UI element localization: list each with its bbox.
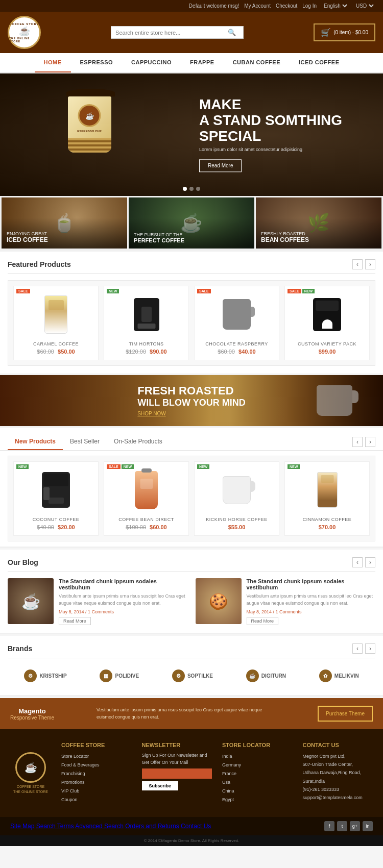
tab-on-sale[interactable]: On-Sale Products bbox=[107, 434, 170, 450]
brand-soptilke[interactable]: ⚙ SOPTILKE bbox=[172, 669, 213, 682]
blog-prev-button[interactable]: ‹ bbox=[352, 557, 363, 567]
product-name: COFFEE BEAN DIRECT bbox=[109, 517, 183, 522]
footer-newsletter-title: Newsletter bbox=[142, 742, 212, 748]
linkedin-icon[interactable]: in bbox=[363, 821, 373, 831]
sale-badge: SALE bbox=[107, 464, 121, 469]
footer-sitemap[interactable]: Site Map bbox=[10, 823, 34, 830]
brands-header: Brands ‹ › bbox=[8, 643, 375, 658]
facebook-icon[interactable]: f bbox=[324, 821, 334, 831]
footer-logo: ☕ COFFEE STORE THE ONLINE STORE bbox=[10, 742, 51, 804]
product-card[interactable]: SALE NEW CUSTOM VARIETY PACK $99.00 bbox=[284, 286, 370, 360]
nav-espresso[interactable]: ESPRESSO bbox=[71, 53, 123, 72]
new-price: $60.00 bbox=[150, 524, 167, 530]
footer-store-locator[interactable]: Store Locator bbox=[61, 754, 89, 759]
product-card[interactable]: NEW KICKING HORSE COFFEE $55.00 bbox=[194, 461, 279, 536]
brands-prev-button[interactable]: ‹ bbox=[352, 643, 363, 654]
location-france[interactable]: France bbox=[222, 771, 236, 776]
language-selector[interactable]: English bbox=[322, 3, 349, 9]
location-usa[interactable]: Usa bbox=[222, 780, 230, 785]
new-badge: NEW bbox=[107, 289, 119, 293]
location-egypt[interactable]: Egypt bbox=[222, 797, 234, 802]
logo[interactable]: COFFEE STORE ☕ THE ONLINE STORE bbox=[8, 16, 41, 49]
login-link[interactable]: Log In bbox=[302, 3, 317, 9]
brand-polidive[interactable]: ▦ POLIDIVE bbox=[100, 669, 139, 682]
featured-prev-button[interactable]: ‹ bbox=[352, 259, 363, 269]
blog-text-1: Vestibulum ante ipsum primis urna risus … bbox=[59, 593, 188, 607]
newsletter-email-input[interactable] bbox=[142, 768, 212, 779]
blog-next-button[interactable]: › bbox=[365, 557, 375, 567]
hero-banner: ☕ ESPRESSO CUP MAKE A STAND SOMTHING SPE… bbox=[0, 73, 383, 196]
magento-logo-line1: Magento bbox=[10, 707, 54, 715]
footer-coupon[interactable]: Coupon bbox=[61, 797, 78, 802]
footer-top: ☕ COFFEE STORE THE ONLINE STORE Coffee S… bbox=[0, 729, 383, 817]
coffee-cup-icon: ☕ bbox=[19, 26, 30, 37]
footer-vip-club[interactable]: VIP Club bbox=[61, 788, 79, 793]
product-card[interactable]: NEW CINNAMON COFFEE $70.00 bbox=[284, 461, 370, 536]
hero-dot-2[interactable] bbox=[189, 187, 194, 191]
nav-cuban-coffee[interactable]: CUBAN COFFEE bbox=[224, 53, 290, 72]
product-card[interactable]: NEW TIM HORTONS $120.00 $90.00 bbox=[104, 286, 189, 360]
new-badge: NEW bbox=[197, 464, 209, 469]
google-plus-icon[interactable]: g+ bbox=[350, 821, 360, 831]
hero-read-more-button[interactable]: Read More bbox=[199, 160, 242, 172]
footer-franchising[interactable]: Franchising bbox=[61, 771, 85, 776]
footer-food-beverages[interactable]: Food & Beverages bbox=[61, 762, 100, 767]
hero-dot-1[interactable] bbox=[183, 187, 187, 191]
currency-selector[interactable]: USD bbox=[354, 3, 375, 9]
product-badges: SALE NEW bbox=[288, 289, 315, 293]
new-products-prev-button[interactable]: ‹ bbox=[352, 437, 363, 447]
promo-perfect-coffee[interactable]: ☕ THE PURSUIT OF THE PERFECT COFFEE bbox=[129, 197, 254, 249]
location-china[interactable]: China bbox=[222, 788, 234, 793]
brand-label: SOPTILKE bbox=[187, 673, 213, 679]
brand-digiturn[interactable]: ☕ DIGITURN bbox=[246, 669, 286, 682]
new-price: $20.00 bbox=[58, 524, 75, 530]
product-name: COCONUT COFFEE bbox=[19, 517, 93, 522]
footer-search-terms[interactable]: Search Terms bbox=[36, 823, 74, 830]
shop-now-link[interactable]: SHOP NOW bbox=[137, 411, 245, 416]
promo-bean-coffees[interactable]: 🌿 FRESHLY ROASTED BEAN COFFEES bbox=[256, 197, 381, 249]
footer-promotions[interactable]: Promotions bbox=[61, 780, 85, 785]
search-button[interactable]: 🔍 bbox=[228, 29, 236, 36]
nav-iced-coffee[interactable]: ICED COFFEE bbox=[290, 53, 348, 72]
product-card[interactable]: SALE CHOCOLATE RASPBERRY $60.00 $40.00 bbox=[194, 286, 279, 360]
brand-kristship[interactable]: ⚙ KRISTSHIP bbox=[24, 669, 66, 682]
location-germany[interactable]: Germany bbox=[222, 762, 241, 767]
product-card[interactable]: NEW COCONUT COFFEE $40.00 $20.00 bbox=[13, 461, 99, 536]
tab-new-products[interactable]: New Products bbox=[8, 434, 63, 450]
my-account-link[interactable]: My Account bbox=[244, 3, 271, 9]
subscribe-button[interactable]: Subscribe bbox=[142, 781, 179, 790]
brands-next-button[interactable]: › bbox=[365, 643, 375, 654]
purchase-theme-button[interactable]: Purchase Theme bbox=[318, 706, 373, 722]
new-price: $70.00 bbox=[319, 524, 336, 530]
featured-next-button[interactable]: › bbox=[365, 259, 375, 269]
blog-image-1: ☕ bbox=[8, 578, 54, 624]
search-input[interactable] bbox=[115, 30, 228, 36]
footer-phone: (91)-261 3023333 bbox=[303, 785, 373, 793]
nav-cappuccino[interactable]: CAPPUCCINO bbox=[122, 53, 181, 72]
blog-card: 🍪 The Standard chunk ippsum sodales vest… bbox=[196, 578, 376, 625]
product-name: TIM HORTONS bbox=[109, 341, 183, 346]
promo-iced-coffee[interactable]: 🍵 ENJOYING GREAT ICED COFFEE bbox=[2, 197, 127, 249]
product-badges: SALE bbox=[16, 289, 30, 293]
new-products-next-button[interactable]: › bbox=[365, 437, 375, 447]
product-card[interactable]: SALE NEW COFFEE BEAN DIRECT $100.00 $60.… bbox=[104, 461, 189, 536]
blog-read-more-1[interactable]: Read More bbox=[59, 617, 91, 625]
product-card[interactable]: SALE CARAMEL COFFEE $60.00 $50.00 bbox=[13, 286, 99, 360]
product-image bbox=[19, 467, 93, 513]
blog-meta-1: May 8, 2014 / 1 Comments bbox=[59, 609, 188, 614]
footer-orders-returns[interactable]: Orders and Returns bbox=[125, 823, 179, 830]
blog-read-more-2[interactable]: Read More bbox=[247, 617, 279, 625]
footer-locator-col: Store Locator India Germany France Usa C… bbox=[222, 742, 293, 804]
brand-melikvin[interactable]: ✿ MELIKVIN bbox=[319, 669, 359, 682]
hero-dot-3[interactable] bbox=[196, 187, 200, 191]
checkout-link[interactable]: Checkout bbox=[276, 3, 297, 9]
location-india[interactable]: India bbox=[222, 754, 232, 759]
nav-frappe[interactable]: FRAPPE bbox=[181, 53, 224, 72]
tab-best-seller[interactable]: Best Seller bbox=[63, 434, 107, 450]
featured-products-nav: ‹ › bbox=[352, 259, 375, 269]
cart-button[interactable]: 🛒 (0 item) - $0.00 bbox=[314, 23, 375, 41]
nav-home[interactable]: HOME bbox=[35, 53, 71, 72]
footer-contact-link[interactable]: Contact Us bbox=[181, 823, 211, 830]
twitter-icon[interactable]: t bbox=[337, 821, 347, 831]
footer-advanced-search[interactable]: Advanced Search bbox=[75, 823, 124, 830]
